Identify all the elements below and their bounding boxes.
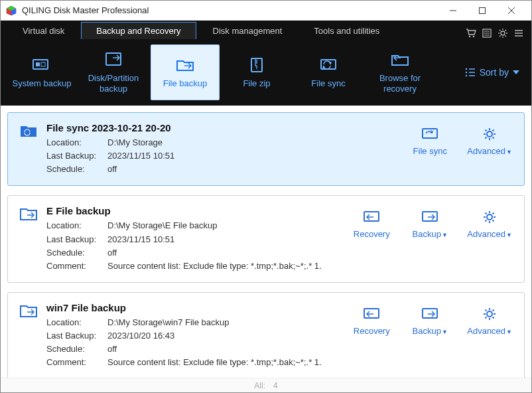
svg-rect-19 bbox=[41, 62, 45, 66]
maximize-button[interactable] bbox=[468, 1, 497, 20]
svg-point-40 bbox=[487, 214, 492, 220]
svg-rect-44 bbox=[423, 309, 437, 318]
svg-rect-33 bbox=[423, 129, 437, 138]
file-backup-icon bbox=[174, 56, 196, 74]
tab-tools-utilities[interactable]: Tools and utilities bbox=[299, 22, 395, 39]
svg-rect-18 bbox=[36, 62, 40, 66]
task-name: File sync 2023-10-21 20-20 bbox=[46, 122, 409, 133]
backup-folder-icon bbox=[20, 205, 40, 273]
sync-folder-icon bbox=[20, 122, 40, 176]
svg-point-27 bbox=[465, 72, 467, 74]
tab-bar: Virtual disk Backup and Recovery Disk ma… bbox=[1, 21, 531, 39]
svg-point-7 bbox=[469, 36, 470, 37]
svg-point-26 bbox=[465, 68, 467, 70]
file-sync-icon bbox=[317, 56, 340, 74]
file-sync-action[interactable]: File sync bbox=[409, 126, 451, 156]
advanced-action[interactable]: Advanced▼ bbox=[467, 306, 512, 336]
task-list: File sync 2023-10-21 20-20 Location:D:\M… bbox=[1, 106, 531, 378]
task-comment: Source content list: Exclude file type: … bbox=[107, 260, 350, 273]
disk-partition-icon bbox=[102, 50, 125, 69]
caret-down-icon: ▼ bbox=[506, 329, 512, 335]
menu-icon[interactable] bbox=[513, 27, 525, 39]
footer-count: 4 bbox=[273, 381, 278, 390]
svg-rect-36 bbox=[364, 212, 379, 221]
log-icon[interactable] bbox=[481, 27, 493, 39]
task-name: win7 File backup bbox=[46, 302, 350, 313]
advanced-action[interactable]: Advanced▼ bbox=[467, 126, 512, 156]
sort-by-button[interactable]: Sort by bbox=[465, 67, 525, 78]
task-last-backup: 2023/11/15 10:51 bbox=[107, 149, 409, 163]
system-backup-button[interactable]: System backup bbox=[7, 44, 76, 100]
file-backup-button[interactable]: File backup bbox=[151, 44, 220, 100]
backup-icon bbox=[421, 306, 439, 322]
svg-rect-4 bbox=[480, 7, 486, 13]
recovery-icon bbox=[362, 209, 381, 225]
task-row[interactable]: win7 File backup Location:D:\My Storage\… bbox=[7, 292, 525, 378]
task-location: D:\My Storage bbox=[107, 136, 409, 149]
recovery-action[interactable]: Recovery bbox=[350, 209, 393, 239]
svg-rect-42 bbox=[364, 309, 379, 318]
task-name: E File backup bbox=[46, 205, 350, 216]
backup-folder-icon bbox=[20, 302, 40, 370]
caret-down-icon: ▼ bbox=[442, 232, 448, 238]
tab-virtual-disk[interactable]: Virtual disk bbox=[7, 22, 80, 39]
system-backup-icon bbox=[31, 56, 53, 74]
task-row[interactable]: File sync 2023-10-21 20-20 Location:D:\M… bbox=[7, 112, 525, 186]
caret-down-icon: ▼ bbox=[506, 149, 512, 155]
titlebar: QILING Disk Master Professional bbox=[1, 1, 531, 21]
backup-icon bbox=[421, 209, 439, 225]
task-last-backup: 2023/10/20 16:43 bbox=[107, 329, 350, 343]
svg-rect-17 bbox=[33, 60, 48, 69]
settings-icon[interactable] bbox=[497, 27, 509, 39]
chevron-down-icon bbox=[513, 70, 519, 75]
task-location: D:\My Storage\win7 File backup bbox=[107, 316, 350, 329]
disk-partition-backup-button[interactable]: Disk/Partition backup bbox=[79, 44, 148, 100]
file-zip-button[interactable]: File zip bbox=[222, 44, 291, 100]
svg-point-28 bbox=[465, 75, 467, 77]
backup-action[interactable]: Backup▼ bbox=[409, 306, 451, 336]
tab-disk-management[interactable]: Disk management bbox=[198, 22, 298, 39]
task-last-backup: 2023/11/15 10:51 bbox=[107, 233, 350, 246]
advanced-action[interactable]: Advanced▼ bbox=[467, 209, 512, 239]
file-zip-icon bbox=[245, 56, 268, 74]
svg-rect-38 bbox=[423, 212, 437, 221]
close-button[interactable] bbox=[497, 1, 526, 20]
tab-backup-recovery[interactable]: Backup and Recovery bbox=[81, 22, 196, 39]
file-sync-button[interactable]: File sync bbox=[294, 44, 363, 100]
footer-all-label: All: bbox=[254, 381, 265, 390]
svg-point-8 bbox=[473, 36, 474, 37]
window-title: QILING Disk Master Professional bbox=[22, 5, 438, 15]
minimize-button[interactable] bbox=[438, 1, 468, 20]
gear-icon bbox=[480, 306, 499, 322]
toolbar: System backup Disk/Partition backup File… bbox=[1, 39, 531, 106]
app-logo-icon bbox=[6, 5, 17, 16]
recovery-action[interactable]: Recovery bbox=[350, 306, 393, 336]
task-location: D:\My Storage\E File backup bbox=[107, 219, 350, 232]
task-schedule: off bbox=[107, 343, 350, 356]
caret-down-icon: ▼ bbox=[506, 232, 512, 238]
recovery-icon bbox=[362, 306, 381, 322]
caret-down-icon: ▼ bbox=[442, 329, 448, 335]
svg-marker-32 bbox=[513, 70, 519, 74]
svg-point-46 bbox=[487, 311, 492, 317]
gear-icon bbox=[480, 126, 499, 142]
svg-point-13 bbox=[501, 31, 505, 35]
cart-icon[interactable] bbox=[465, 27, 477, 39]
footer: All: 4 bbox=[1, 378, 531, 392]
sort-list-icon bbox=[465, 68, 476, 77]
gear-icon bbox=[480, 209, 499, 225]
task-schedule: off bbox=[107, 246, 350, 260]
browse-recovery-icon bbox=[389, 50, 411, 69]
svg-point-34 bbox=[487, 131, 492, 137]
backup-action[interactable]: Backup▼ bbox=[409, 209, 451, 239]
task-comment: Source content list: Exclude file type: … bbox=[107, 356, 350, 369]
task-schedule: off bbox=[107, 163, 409, 176]
task-row[interactable]: E File backup Location:D:\My Storage\E F… bbox=[7, 195, 525, 283]
sync-action-icon bbox=[421, 126, 439, 142]
browse-recovery-button[interactable]: Browse for recovery bbox=[366, 44, 434, 100]
